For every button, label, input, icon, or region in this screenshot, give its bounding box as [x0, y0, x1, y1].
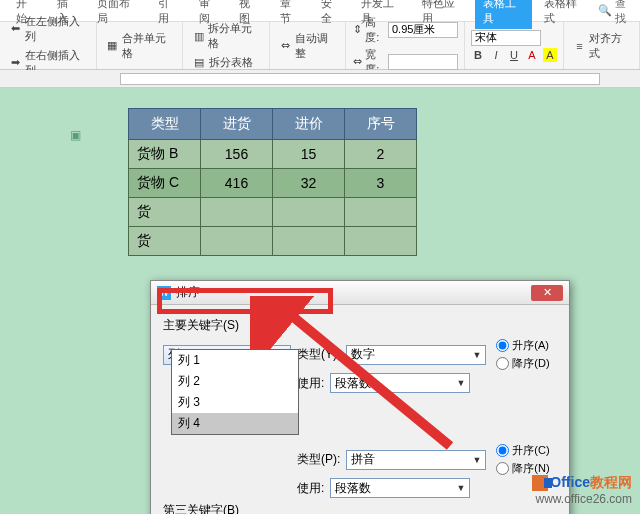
primary-key-label: 主要关键字(S) [163, 317, 557, 334]
dropdown-item-selected[interactable]: 列 4 [172, 413, 298, 434]
split-table-icon: ▤ [192, 56, 206, 70]
anchor-icon: ▣ [70, 128, 81, 142]
page-area: ▣ 类型 进货 进价 序号 货物 B156152 货物 C416323 货 货 … [0, 88, 640, 514]
merge-icon: ▦ [106, 39, 119, 53]
bold-icon[interactable]: B [471, 48, 485, 62]
height-label: 高度: [365, 15, 386, 45]
th-price[interactable]: 进价 [273, 109, 345, 140]
font-select[interactable] [471, 30, 541, 46]
watermark-icon [532, 475, 548, 491]
app-icon: W [157, 286, 171, 300]
dropdown-item[interactable]: 列 1 [172, 350, 298, 371]
highlight-icon[interactable]: A [543, 48, 557, 62]
table-row[interactable]: 货 [129, 227, 417, 256]
underline-icon[interactable]: U [507, 48, 521, 62]
desc1-radio[interactable]: 降序(D) [496, 356, 549, 371]
dialog-titlebar[interactable]: W 排序 ✕ [151, 281, 569, 305]
asc1-radio[interactable]: 升序(A) [496, 338, 549, 353]
watermark: Office教程网 www.office26.com [532, 474, 632, 506]
th-seq[interactable]: 序号 [345, 109, 417, 140]
height-input[interactable] [388, 22, 458, 38]
dialog-title: 排序 [176, 284, 200, 301]
use-label: 使用: [297, 375, 324, 392]
th-type[interactable]: 类型 [129, 109, 201, 140]
close-button[interactable]: ✕ [531, 285, 563, 301]
align-button[interactable]: ≡对齐方式 [570, 30, 633, 62]
document-table[interactable]: 类型 进货 进价 序号 货物 B156152 货物 C416323 货 货 [128, 108, 417, 256]
merge-button[interactable]: ▦合并单元格 [103, 30, 176, 62]
toolbar: ⬅在左侧插入列 ➡在右侧插入列 ▦合并单元格 ▥拆分单元格 ▤拆分表格 ⇔自动调… [0, 22, 640, 70]
asc2-radio[interactable]: 升序(C) [496, 443, 549, 458]
split-cell-button[interactable]: ▥拆分单元格 [189, 20, 262, 52]
table-row[interactable]: 货物 C416323 [129, 169, 417, 198]
ribbon-tabs: 开始 插入 页面布局 引用 审阅 视图 章节 安全 开发工具 特色应用 表格工具… [0, 0, 640, 22]
sort-dialog: W 排序 ✕ 主要关键字(S) 列 4▼ 类型(Y): 数字▼ 升序(A) 降序… [150, 280, 570, 514]
insert-right-icon: ➡ [9, 56, 22, 70]
search-icon: 🔍 [598, 4, 612, 17]
table-row[interactable]: 货 [129, 198, 417, 227]
height-icon: ⇕ [352, 23, 364, 37]
autofit-icon: ⇔ [279, 39, 292, 53]
table-row[interactable]: 货物 B156152 [129, 140, 417, 169]
use2-label: 使用: [297, 480, 324, 497]
insert-left-button[interactable]: ⬅在左侧插入列 [6, 13, 90, 45]
type-label: 类型(Y): [297, 346, 340, 363]
split-table-button[interactable]: ▤拆分表格 [189, 54, 262, 71]
use1-combo[interactable]: 段落数▼ [330, 373, 470, 393]
ruler [0, 70, 640, 88]
type2-label: 类型(P): [297, 451, 340, 468]
use2-combo[interactable]: 段落数▼ [330, 478, 470, 498]
italic-icon[interactable]: I [489, 48, 503, 62]
autofit-button[interactable]: ⇔自动调整 [276, 30, 339, 62]
third-key-label: 第三关键字(B) [163, 502, 557, 514]
type2-combo[interactable]: 拼音▼ [346, 450, 486, 470]
dropdown-item[interactable]: 列 2 [172, 371, 298, 392]
dropdown-item[interactable]: 列 3 [172, 392, 298, 413]
primary-key-dropdown[interactable]: 列 1 列 2 列 3 列 4 [171, 349, 299, 435]
split-cell-icon: ▥ [192, 29, 205, 43]
insert-left-icon: ⬅ [9, 22, 22, 36]
width-input[interactable] [388, 54, 458, 70]
font-color-icon[interactable]: A [525, 48, 539, 62]
th-stock[interactable]: 进货 [201, 109, 273, 140]
width-icon: ⇔ [352, 55, 364, 69]
align-icon: ≡ [573, 39, 586, 53]
type1-combo[interactable]: 数字▼ [346, 345, 486, 365]
